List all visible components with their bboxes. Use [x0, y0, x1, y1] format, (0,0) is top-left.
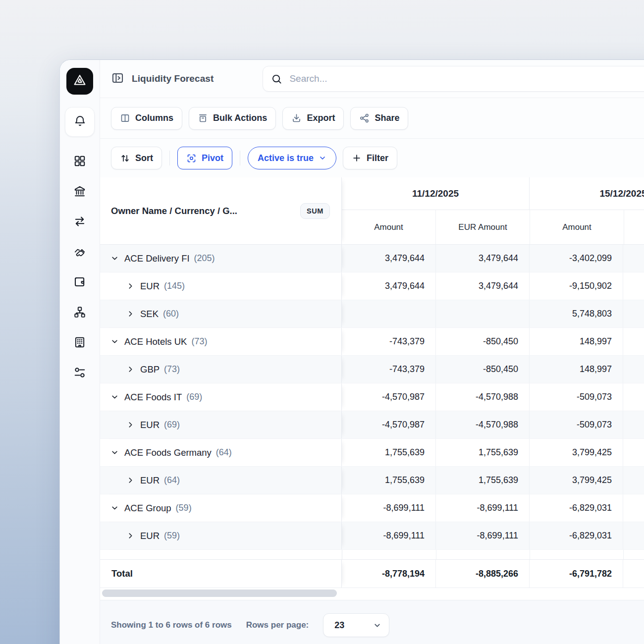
- chevron-right-icon[interactable]: [127, 282, 134, 290]
- table-row[interactable]: ACE Hotels UK (73) -743,379 -850,450 148…: [100, 328, 644, 356]
- chevron-right-icon[interactable]: [127, 310, 134, 318]
- search-input[interactable]: [288, 73, 644, 85]
- notifications-button[interactable]: [65, 107, 95, 137]
- download-icon: [291, 113, 302, 123]
- active-filter-chip[interactable]: Active is true: [248, 147, 336, 169]
- row-name-cell[interactable]: GBP (73): [100, 356, 342, 383]
- row-name-cell[interactable]: EUR (64): [100, 467, 342, 494]
- horizontal-scrollbar: [100, 588, 644, 600]
- row-name-cell[interactable]: SEK (60): [100, 300, 342, 327]
- column-header[interactable]: Amount: [530, 210, 624, 244]
- clipped-row: [100, 550, 644, 559]
- chevron-down-icon[interactable]: [111, 449, 118, 456]
- chevron-down-icon[interactable]: [111, 338, 118, 345]
- table-row[interactable]: SEK (60) 5,748,803: [100, 300, 644, 328]
- sidebar-nav: [73, 155, 86, 379]
- eur-amount-cell: -8,699,111: [435, 522, 529, 549]
- chevron-right-icon[interactable]: [127, 477, 134, 484]
- table-row[interactable]: EUR (59) -8,699,111 -8,699,111 -6,829,03…: [100, 522, 644, 550]
- eur-amount-cell: [623, 411, 644, 438]
- chevron-down-icon[interactable]: [111, 504, 118, 512]
- row-label: EUR: [140, 281, 160, 292]
- row-count: (73): [191, 336, 207, 347]
- rows-showing-text: Showing 1 to 6 rows of 6 rows: [111, 620, 232, 630]
- sort-arrows-icon: [120, 153, 130, 163]
- total-row: Total -8,778,194 -8,885,266 -6,791,782: [100, 559, 644, 588]
- sidebar-item-dashboard[interactable]: [73, 155, 86, 167]
- rows-per-page-select[interactable]: 23: [323, 613, 389, 637]
- amount-cell: -6,829,031: [529, 494, 623, 522]
- sidebar-item-company[interactable]: [73, 336, 86, 349]
- add-filter-button[interactable]: Filter: [343, 147, 397, 169]
- bulk-actions-button[interactable]: Bulk Actions: [189, 107, 276, 130]
- table-row[interactable]: ACE Group (59) -8,699,111 -8,699,111 -6,…: [100, 494, 644, 522]
- amount-cell: -8,699,111: [342, 522, 435, 549]
- desktop-background: Liquidity Forecast: [0, 0, 644, 644]
- column-header[interactable]: Amount: [342, 210, 435, 244]
- sidebar-item-settings[interactable]: [73, 366, 86, 379]
- chevron-down-icon[interactable]: [111, 393, 118, 401]
- toolbar-divider: [169, 151, 170, 165]
- total-value: -8,778,194: [342, 560, 435, 588]
- chevron-right-icon[interactable]: [127, 532, 134, 539]
- table-row[interactable]: ACE Foods Germany (64) 1,755,639 1,755,6…: [100, 439, 644, 467]
- sidebar-item-counterparties[interactable]: [73, 245, 86, 258]
- share-button[interactable]: Share: [350, 107, 408, 130]
- bell-icon: [73, 114, 87, 130]
- app-logo[interactable]: [66, 68, 93, 95]
- amount-cell: 148,997: [529, 356, 623, 383]
- row-name-cell[interactable]: EUR (59): [100, 522, 342, 549]
- amount-cell: -509,073: [529, 383, 623, 411]
- chevron-right-icon[interactable]: [127, 366, 134, 373]
- eur-amount-cell: -850,450: [435, 356, 529, 383]
- amount-cell: -743,379: [342, 328, 435, 355]
- date-group-header[interactable]: 15/12/2025: [529, 177, 644, 210]
- table-row[interactable]: EUR (69) -4,570,987 -4,570,988 -509,073: [100, 411, 644, 439]
- row-name-cell[interactable]: ACE Foods IT (69): [100, 383, 342, 411]
- eur-amount-cell: 1,755,639: [435, 439, 529, 466]
- panel-toggle-icon[interactable]: [111, 71, 124, 87]
- pivot-button[interactable]: Pivot: [177, 147, 232, 169]
- eur-amount-cell: [623, 245, 644, 272]
- table-row[interactable]: ACE Foods IT (69) -4,570,987 -4,570,988 …: [100, 383, 644, 411]
- date-group-row: 11/12/2025 15/12/2025: [342, 177, 644, 210]
- sidebar-item-transfers[interactable]: [73, 215, 86, 228]
- export-button[interactable]: Export: [282, 107, 344, 130]
- table-row[interactable]: GBP (73) -743,379 -850,450 148,997: [100, 356, 644, 383]
- eur-amount-cell: -4,570,988: [435, 383, 529, 411]
- group-column-header-cell[interactable]: Owner Name / Currency / G... SUM: [100, 177, 342, 244]
- chevron-right-icon[interactable]: [127, 421, 134, 429]
- chevron-down-icon[interactable]: [111, 255, 118, 262]
- filter-bar: Sort Pivot Active is true: [100, 139, 644, 177]
- table-row[interactable]: ACE Delivery FI (205) 3,479,644 3,479,64…: [100, 245, 644, 272]
- total-value: -6,791,782: [529, 560, 623, 588]
- sidebar-item-hierarchy[interactable]: [73, 306, 86, 319]
- column-header[interactable]: EUR Amount: [624, 210, 644, 244]
- row-label: ACE Hotels UK: [124, 336, 187, 347]
- table-row[interactable]: EUR (64) 1,755,639 1,755,639 3,799,425: [100, 467, 644, 494]
- sidebar-item-bank[interactable]: [73, 185, 86, 198]
- main-panel: Liquidity Forecast: [100, 60, 644, 644]
- amount-cell: -9,150,902: [529, 272, 623, 300]
- sidebar-item-wallet[interactable]: [73, 275, 86, 288]
- row-name-cell[interactable]: ACE Foods Germany (64): [100, 439, 342, 466]
- total-value: [623, 560, 644, 588]
- scrollbar-thumb[interactable]: [102, 590, 337, 597]
- amount-cell: 148,997: [529, 328, 623, 355]
- table-row[interactable]: EUR (145) 3,479,644 3,479,644 -9,150,902: [100, 272, 644, 300]
- columns-button[interactable]: Columns: [111, 107, 182, 130]
- search-bar[interactable]: [263, 66, 644, 92]
- row-name-cell[interactable]: ACE Hotels UK (73): [100, 328, 342, 355]
- row-name-cell[interactable]: ACE Group (59): [100, 494, 342, 522]
- row-count: (59): [164, 531, 180, 541]
- toolbar: Columns Bulk Actions: [100, 98, 644, 139]
- row-name-cell[interactable]: EUR (145): [100, 272, 342, 300]
- date-group-header[interactable]: 11/12/2025: [342, 177, 529, 210]
- amount-cell: 3,479,644: [342, 272, 435, 300]
- row-name-cell[interactable]: ACE Delivery FI (205): [100, 245, 342, 272]
- aggregation-badge[interactable]: SUM: [300, 203, 330, 219]
- row-name-cell[interactable]: EUR (69): [100, 411, 342, 438]
- sort-button[interactable]: Sort: [111, 147, 162, 169]
- eur-amount-cell: [623, 300, 644, 327]
- column-header[interactable]: EUR Amount: [435, 210, 530, 244]
